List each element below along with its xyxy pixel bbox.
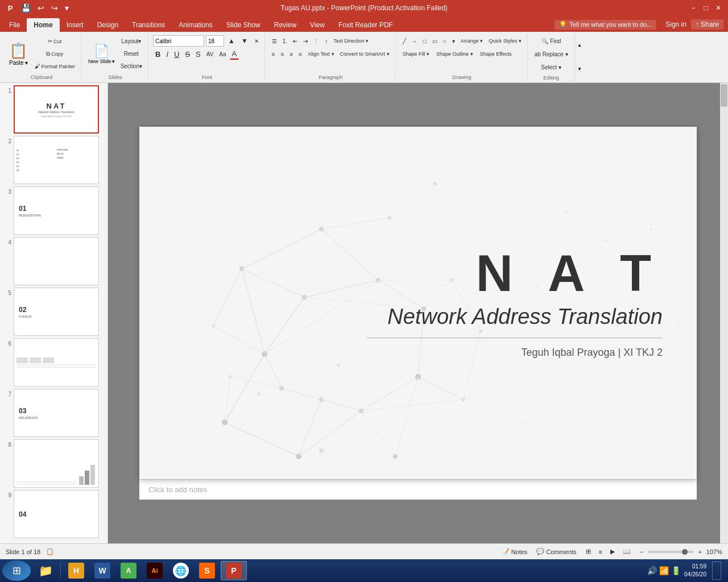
shape-rect[interactable]: □ — [421, 35, 429, 47]
line-spacing-button[interactable]: ↕ — [322, 35, 330, 47]
shape-fill-button[interactable]: Shape Fill ▾ — [400, 48, 432, 60]
text-direction-button[interactable]: Text Direction ▾ — [331, 35, 371, 47]
reset-button[interactable]: Reset — [118, 48, 144, 60]
signin-button[interactable]: Sign in — [665, 20, 686, 28]
shape-more[interactable]: ▾ — [450, 35, 457, 47]
slide-item-2[interactable]: 2 01PENGERTIAN 02NAV ING 03DINAMO 04 06 … — [2, 136, 105, 184]
format-painter-button[interactable]: 🖌 Format Painter — [32, 61, 78, 72]
slide-item-5[interactable]: 5 02 FUNGSI — [2, 288, 105, 336]
taskbar-app-h[interactable]: H — [64, 561, 89, 580]
text-shadow-button[interactable]: S — [193, 48, 203, 60]
slide-thumb-3[interactable]: 01 PENGERTIAN — [14, 186, 99, 235]
slide-item-3[interactable]: 3 01 PENGERTIAN — [2, 186, 105, 235]
taskbar-chrome[interactable]: 🌐 — [168, 561, 193, 580]
slide-thumb-2[interactable]: 01PENGERTIAN 02NAV ING 03DINAMO 04 06 08 — [14, 136, 99, 184]
layout-button[interactable]: Layout ▾ — [118, 36, 144, 47]
tab-insert[interactable]: Insert — [60, 18, 90, 32]
align-center-button[interactable]: ≡ — [279, 48, 287, 60]
quick-styles-button[interactable]: Quick Styles ▾ — [486, 35, 524, 47]
font-color-button[interactable]: A — [230, 48, 239, 60]
columns-button[interactable]: ⋮ — [311, 35, 321, 47]
align-right-button[interactable]: ≡ — [287, 48, 295, 60]
convert-smartart-button[interactable]: Convert to SmartArt ▾ — [338, 48, 392, 60]
tab-home[interactable]: Home — [27, 18, 59, 32]
taskbar-app-a[interactable]: A — [116, 561, 141, 580]
slide-item-4[interactable]: 4 — [2, 237, 105, 285]
slide-thumb-7[interactable]: 03 KELEBIHAN — [14, 389, 99, 437]
slide-thumb-6[interactable] — [14, 338, 99, 386]
app-icon[interactable]: P — [5, 2, 16, 14]
slide-thumb-9[interactable]: 04 — [14, 490, 99, 538]
slide-thumb-4[interactable] — [14, 237, 99, 285]
shape-rounded-rect[interactable]: ▭ — [430, 35, 440, 47]
change-case-button[interactable]: Aa — [217, 48, 228, 60]
battery-icon[interactable]: 🔋 — [671, 566, 681, 575]
slide-thumb-5[interactable]: 02 FUNGSI — [14, 288, 99, 336]
justify-button[interactable]: ≡ — [296, 48, 304, 60]
slide-thumb-1[interactable]: NAT Network Address Translation Teguh Iq… — [14, 85, 99, 134]
comments-button[interactable]: 💬 Comments — [534, 547, 578, 556]
tab-file[interactable]: File — [2, 18, 27, 32]
network-icon[interactable]: 🔊 — [647, 566, 657, 575]
tell-me-box[interactable]: 💡 Tell me what you want to do... — [555, 20, 656, 30]
copy-button[interactable]: ⧉ Copy — [32, 48, 78, 60]
arrange-button[interactable]: Arrange ▾ — [458, 35, 486, 47]
start-button[interactable]: ⊞ — [2, 560, 31, 581]
save-button[interactable]: 💾 — [19, 2, 32, 14]
tab-foxit[interactable]: Foxit Reader PDF — [332, 18, 400, 32]
tab-animations[interactable]: Animations — [172, 18, 219, 32]
volume-icon[interactable]: 📶 — [659, 566, 669, 575]
slide-item-1[interactable]: 1 NAT Network Address Translation Teguh … — [2, 85, 105, 134]
bullets-button[interactable]: ☰ — [270, 35, 279, 47]
normal-view-button[interactable]: ⊞ — [584, 547, 593, 556]
taskbar-powerpoint[interactable]: P — [221, 561, 247, 580]
font-size-increase[interactable]: ▲ — [226, 35, 237, 47]
notes-button[interactable]: 📝 Notes — [499, 547, 530, 556]
section-button[interactable]: Section ▾ — [118, 61, 144, 72]
undo-button[interactable]: ↩ — [36, 2, 46, 14]
align-left-button[interactable]: ≡ — [270, 48, 278, 60]
paste-button[interactable]: 📋 Paste▾ — [6, 40, 31, 68]
strikethrough-button[interactable]: S — [183, 48, 192, 60]
slide-thumb-8[interactable] — [14, 439, 99, 488]
zoom-out-button[interactable]: − — [638, 547, 646, 556]
ribbon-scroll-down[interactable]: ▼ — [576, 57, 584, 82]
align-text-button[interactable]: Align Text ▾ — [305, 48, 336, 60]
taskbar-illustrator[interactable]: Ai — [142, 561, 167, 580]
clock[interactable]: 01:59 04/26/20 — [684, 563, 706, 579]
shape-oval[interactable]: ○ — [441, 35, 449, 47]
shape-arrow[interactable]: → — [410, 35, 420, 47]
taskbar-app-s[interactable]: S — [195, 561, 220, 580]
bold-button[interactable]: B — [153, 48, 163, 60]
share-button[interactable]: ↑Share — [691, 19, 723, 30]
tab-review[interactable]: Review — [267, 18, 303, 32]
zoom-slider[interactable] — [648, 551, 693, 553]
decrease-indent-button[interactable]: ⇤ — [291, 35, 300, 47]
cut-button[interactable]: ✂ Cut — [32, 36, 78, 47]
minimize-button[interactable]: − — [688, 3, 698, 13]
shape-line[interactable]: ╱ — [400, 35, 408, 47]
slide-item-7[interactable]: 7 03 KELEBIHAN — [2, 389, 105, 437]
shape-outline-button[interactable]: Shape Outline ▾ — [434, 48, 475, 60]
italic-button[interactable]: I — [164, 48, 171, 60]
tab-view[interactable]: View — [303, 18, 332, 32]
font-size-input[interactable]: 18 — [206, 35, 224, 47]
replace-button[interactable]: abReplace ▾ — [532, 48, 570, 60]
outline-view-button[interactable]: ≡ — [597, 547, 605, 556]
shape-effects-button[interactable]: Shape Effects — [478, 48, 514, 60]
taskbar-word[interactable]: W — [90, 561, 115, 580]
tab-slideshow[interactable]: Slide Show — [220, 18, 267, 32]
ribbon-scroll-up[interactable]: ▲ — [576, 33, 584, 57]
select-button[interactable]: Select ▾ — [532, 61, 570, 73]
maximize-button[interactable]: □ — [701, 3, 711, 13]
font-size-decrease[interactable]: ▼ — [239, 35, 250, 47]
tab-transitions[interactable]: Transitions — [125, 18, 172, 32]
increase-indent-button[interactable]: ⇥ — [301, 35, 310, 47]
slide-item-9[interactable]: 9 04 — [2, 490, 105, 538]
clear-format-button[interactable]: ✕ — [252, 35, 261, 47]
show-desktop-button[interactable] — [712, 562, 721, 580]
notes-panel-button[interactable]: 📋 — [46, 548, 54, 555]
redo-button[interactable]: ↪ — [49, 2, 60, 14]
zoom-in-button[interactable]: + — [696, 547, 704, 556]
close-button[interactable]: ✕ — [713, 3, 723, 13]
